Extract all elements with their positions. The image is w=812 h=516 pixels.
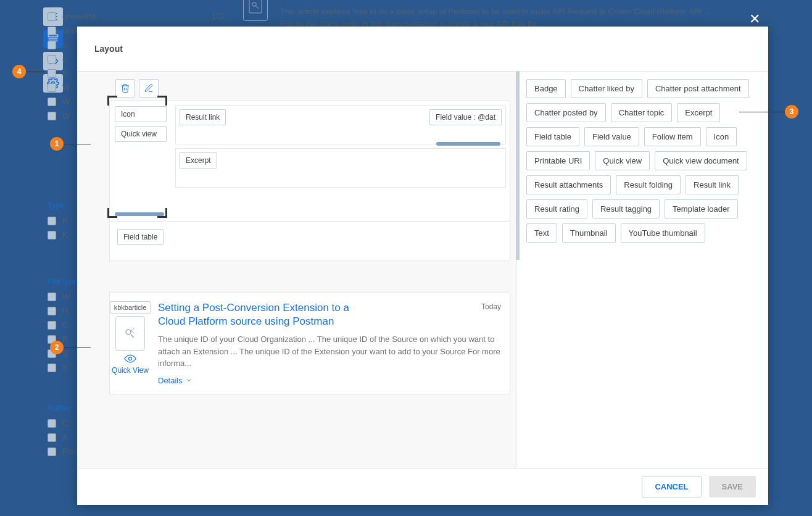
palette-chip-result-attachments[interactable]: Result attachments [526,175,611,194]
scrollbar-indicator [516,72,520,260]
layout-chip-fieldtable[interactable]: Field table [117,229,164,245]
callout-number: 1 [50,137,64,151]
layout-canvas[interactable]: Icon Quick view Result link Field value … [109,101,510,261]
edit-button[interactable] [139,79,159,98]
palette-chip-printable-uri[interactable]: Printable URI [526,151,590,170]
preview-date: Today [481,302,501,311]
palette-chip-follow-item[interactable]: Follow item [644,127,701,146]
palette-chip-excerpt[interactable]: Excerpt [677,103,720,122]
palette-chip-result-link[interactable]: Result link [686,175,739,194]
callout-4: 4 [12,65,44,78]
preview-area: kbkbarticle Quick View Today Setting a P… [109,292,510,394]
palette-chip-thumbnail[interactable]: Thumbnail [562,223,616,243]
palette-chip-quick-view-document[interactable]: Quick view document [655,151,747,170]
svg-point-14 [126,330,131,335]
layout-modal: ✕ Layout Icon Quick view R [77,27,768,505]
document-icon [115,316,145,351]
cancel-button[interactable]: CANCEL [642,476,701,497]
delete-button[interactable] [115,79,135,98]
chevron-down-icon [185,377,193,384]
preview-excerpt: The unique ID of your Cloud Organization… [158,333,501,370]
palette-chip-quick-view[interactable]: Quick view [595,151,650,170]
palette-pane: BadgeChatter liked byChatter post attach… [516,72,768,468]
palette-chip-result-tagging[interactable]: Result tagging [592,199,660,218]
layout-chip-icon[interactable]: Icon [115,106,167,122]
palette-chip-chatter-liked-by[interactable]: Chatter liked by [571,79,642,98]
details-toggle[interactable]: Details [158,376,193,385]
palette-chip-result-folding[interactable]: Result folding [616,175,681,194]
callout-number: 2 [50,341,64,354]
svg-point-16 [129,357,132,360]
palette-chip-youtube-thumbnail[interactable]: YouTube thumbnail [621,223,705,243]
close-icon[interactable]: ✕ [747,12,762,27]
modal-header: Layout [77,27,768,72]
callout-number: 4 [12,65,26,78]
palette-chip-text[interactable]: Text [526,223,557,243]
section-scrollbar [115,212,164,216]
callout-1: 1 [50,137,91,151]
save-button: SAVE [709,476,756,497]
palette-chip-field-value[interactable]: Field value [584,127,639,146]
section-scrollbar [436,142,500,146]
quick-view-link[interactable]: Quick View [112,366,149,375]
details-label: Details [158,376,183,385]
palette-chip-chatter-topic[interactable]: Chatter topic [611,103,673,122]
doc-type-tag: kbkbarticle [110,301,151,314]
palette-chip-chatter-posted-by[interactable]: Chatter posted by [526,103,606,122]
palette-chip-chatter-post-attachment[interactable]: Chatter post attachment [647,79,749,98]
layout-chip-fieldvalue[interactable]: Field value : @dat [429,109,502,125]
modal-footer: CANCEL SAVE [77,468,768,505]
svg-line-15 [131,335,134,338]
callout-number: 3 [785,105,798,119]
palette-chip-badge[interactable]: Badge [526,79,566,98]
preview-title[interactable]: Setting a Post-Conversion Extension to a… [158,301,362,328]
modal-title: Layout [94,44,123,54]
palette-chip-template-loader[interactable]: Template loader [665,199,738,218]
callout-3: 3 [739,105,798,119]
palette-chip-result-rating[interactable]: Result rating [526,199,587,218]
layout-chip-excerpt[interactable]: Excerpt [180,152,217,169]
layout-pane: Icon Quick view Result link Field value … [77,72,516,468]
layout-chip-quickview[interactable]: Quick view [115,126,167,142]
palette-chip-icon[interactable]: Icon [706,127,737,146]
layout-chip-resultlink[interactable]: Result link [180,109,226,125]
eye-icon[interactable] [124,354,136,365]
palette-chip-field-table[interactable]: Field table [526,127,579,146]
callout-2: 2 [50,341,91,354]
